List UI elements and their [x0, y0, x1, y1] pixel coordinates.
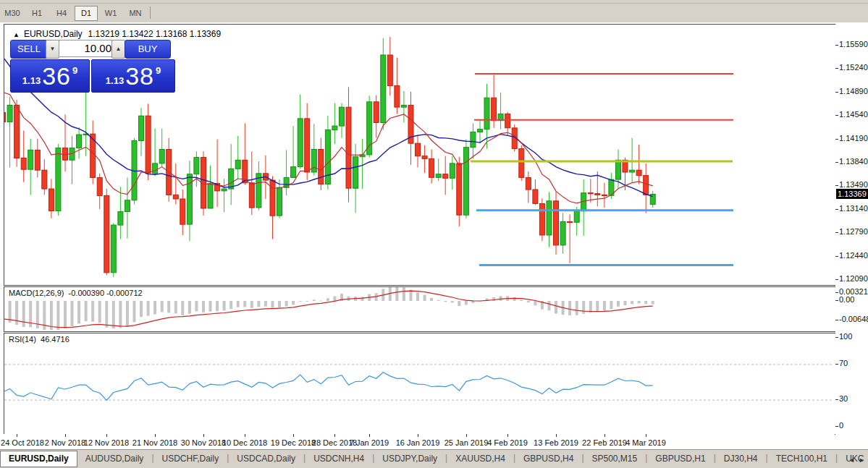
- bid-price-prefix: 1.13: [22, 75, 41, 86]
- buy-button[interactable]: BUY: [125, 40, 171, 59]
- rsi-chart[interactable]: [4, 333, 834, 433]
- bottom-tab-usdchf-daily[interactable]: USDCHF,Daily: [154, 451, 227, 466]
- spinner-up-icon: ▲: [116, 46, 122, 52]
- bottom-tab-sp500-m15[interactable]: SP500,M15: [584, 451, 646, 466]
- bottom-tab-gbpusd-h4[interactable]: GBPUSD,H4: [515, 451, 581, 466]
- date-axis-label: 22 Feb 2019: [582, 438, 627, 447]
- date-axis-tick: [106, 434, 107, 437]
- price-axis-tick: [835, 300, 838, 301]
- rsi-value: 46.4716: [41, 335, 69, 344]
- date-axis-label: 4 Mar 2019: [625, 438, 666, 447]
- bottom-tab-usdjpy-daily[interactable]: USDJPY,Daily: [374, 451, 445, 466]
- macd-values: -0.000390 -0.000712: [69, 289, 143, 297]
- timeframe-button-w1[interactable]: W1: [99, 6, 122, 21]
- macd-panel[interactable]: MACD(12,26,9) -0.000390 -0.000712: [4, 286, 836, 332]
- price-axis-label: 1.15590: [839, 40, 868, 48]
- price-axis-tick: [835, 426, 838, 427]
- ask-price-box[interactable]: 1.13 38 9: [91, 59, 175, 93]
- bottom-tab-dj30-h4[interactable]: DJ30,H4: [716, 451, 766, 466]
- price-axis-tick: [835, 399, 838, 400]
- price-axis-label: 1.13140: [839, 204, 868, 213]
- date-axis-tick: [556, 434, 557, 437]
- date-axis-tick: [65, 434, 66, 437]
- price-axis: 1.13369 1.155901.152401.148901.145401.14…: [835, 22, 868, 449]
- date-axis-label: 7 Jan 2019: [350, 438, 389, 447]
- bottom-tab-eurusd-daily[interactable]: EURUSD,Daily: [0, 451, 77, 467]
- price-axis-label: 1.14890: [839, 87, 868, 95]
- price-axis-label: 1.14540: [839, 110, 868, 119]
- timeframe-toolbar: M30H1H4D1W1MN: [0, 4, 868, 23]
- chart-tab-bar: ◄ ► EURUSD,DailyAUDUSD,Daily|USDCHF,Dail…: [0, 449, 868, 468]
- volume-increase-button[interactable]: ▲: [111, 40, 125, 59]
- price-axis-label: 1.12440: [839, 251, 868, 260]
- price-axis-label: 1.12790: [839, 227, 868, 236]
- date-axis-label: 25 Jan 2019: [444, 438, 489, 447]
- bid-price-sup: 9: [72, 65, 77, 76]
- price-axis-tick: [835, 162, 838, 163]
- timeframe-button-d1[interactable]: D1: [75, 6, 98, 21]
- price-axis-tick: [835, 45, 838, 46]
- price-axis-tick: [835, 292, 838, 293]
- volume-decrease-button[interactable]: ▼: [46, 40, 59, 59]
- ask-price-sup: 9: [156, 65, 161, 76]
- bid-price-box[interactable]: 1.13 36 9: [10, 59, 90, 93]
- date-axis-tick: [293, 434, 294, 437]
- timeframe-button-h4[interactable]: H4: [50, 6, 73, 21]
- bottom-tab-tech100-h1[interactable]: TECH100,H1: [768, 451, 835, 466]
- tab-scroll-next-icon[interactable]: ►: [857, 455, 867, 465]
- ask-price-prefix: 1.13: [106, 75, 124, 86]
- price-axis-tick: [835, 209, 838, 210]
- price-chart-panel[interactable]: ▲EURUSD,Daily1.13219 1.13422 1.13168 1.1…: [4, 24, 836, 286]
- bottom-tab-audusd-daily[interactable]: AUDUSD,Daily: [77, 451, 152, 466]
- date-axis-label: 10 Dec 2018: [222, 438, 267, 447]
- timeframe-button-m30[interactable]: M30: [1, 6, 24, 21]
- sell-button[interactable]: SELL: [10, 40, 48, 59]
- bottom-tab-xauusd-h4[interactable]: XAUUSD,H4: [447, 451, 513, 466]
- date-axis-tick: [369, 434, 370, 437]
- chart-symbol-label: EURUSD,Daily: [24, 29, 83, 39]
- price-axis-label: 1.12090: [839, 274, 868, 283]
- price-axis-label: 1.14190: [839, 134, 868, 142]
- bottom-tab-usdcad-daily[interactable]: USDCAD,Daily: [229, 451, 303, 466]
- date-axis: 24 Oct 20182 Nov 201812 Nov 201821 Nov 2…: [4, 434, 835, 449]
- price-axis-label: 1.15240: [839, 63, 868, 72]
- price-axis-label: 100: [839, 332, 852, 341]
- date-axis-label: 12 Nov 2018: [84, 438, 129, 447]
- chart-ohlc-values: 1.13219 1.13422 1.13168 1.13369: [88, 29, 222, 39]
- date-axis-tick: [466, 434, 467, 437]
- price-axis-label: 1.13490: [839, 180, 868, 189]
- bottom-tab-gbpusd-h1[interactable]: GBPUSD,H1: [647, 451, 713, 466]
- rsi-panel[interactable]: RSI(14) 46.4716: [4, 333, 836, 435]
- price-axis-tick: [835, 115, 838, 116]
- ask-price-big: 38: [125, 62, 154, 90]
- price-axis-tick: [835, 364, 838, 365]
- timeframe-button-mn[interactable]: MN: [124, 6, 147, 21]
- rsi-label: RSI(14): [9, 335, 36, 344]
- price-axis-label: 30: [839, 394, 848, 403]
- date-axis-tick: [604, 434, 605, 437]
- bottom-tab-usdcnh-h4[interactable]: USDCNH,H4: [306, 451, 372, 466]
- price-axis-tick: [835, 139, 838, 140]
- collapse-icon[interactable]: ▲: [13, 31, 20, 38]
- date-axis-tick: [17, 434, 17, 437]
- price-axis-tick: [835, 279, 838, 280]
- toolbar-separator: [150, 7, 151, 19]
- price-axis-tick: [835, 337, 838, 338]
- price-axis-tick: [835, 232, 838, 233]
- chart-title: ▲EURUSD,Daily1.13219 1.13422 1.13168 1.1…: [13, 29, 221, 39]
- date-axis-tick: [245, 434, 245, 437]
- tab-scroll-prev-icon[interactable]: ◄: [847, 455, 856, 465]
- macd-label: MACD(12,26,9): [9, 289, 64, 297]
- price-axis-label: 1.13840: [839, 157, 868, 166]
- price-axis-tick: [835, 185, 838, 186]
- timeframe-button-h1[interactable]: H1: [25, 6, 49, 21]
- volume-input[interactable]: 10.00: [59, 40, 116, 57]
- price-axis-label: 0: [839, 421, 843, 430]
- date-axis-label: 16 Jan 2019: [396, 438, 440, 447]
- date-axis-tick: [507, 434, 508, 437]
- date-axis-tick: [334, 434, 335, 437]
- bid-price-big: 36: [42, 62, 71, 90]
- date-axis-label: 30 Nov 2018: [181, 438, 226, 447]
- date-axis-label: 4 Feb 2019: [487, 438, 528, 447]
- price-axis-tick: [835, 256, 838, 257]
